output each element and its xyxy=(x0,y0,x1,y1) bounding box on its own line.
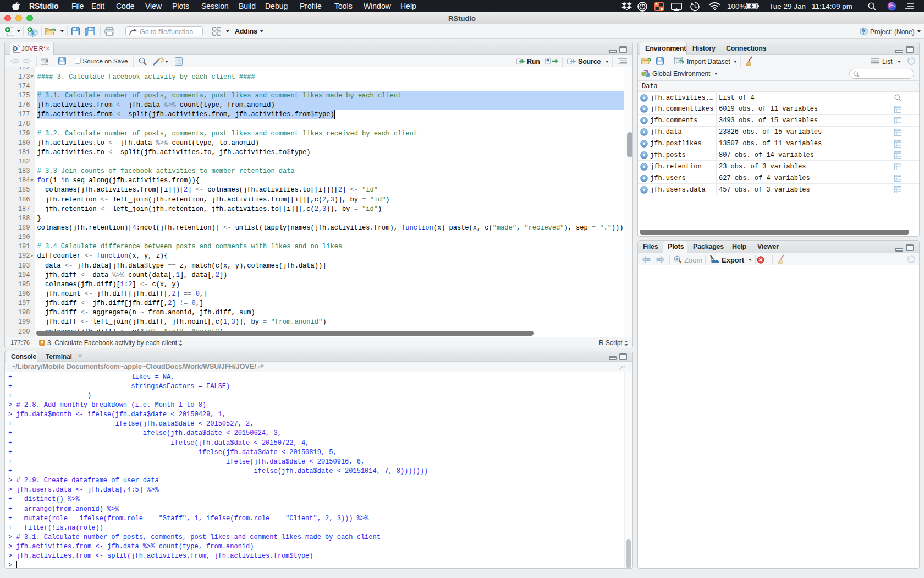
svg-text:R: R xyxy=(13,46,17,51)
svg-text:R: R xyxy=(862,29,866,34)
